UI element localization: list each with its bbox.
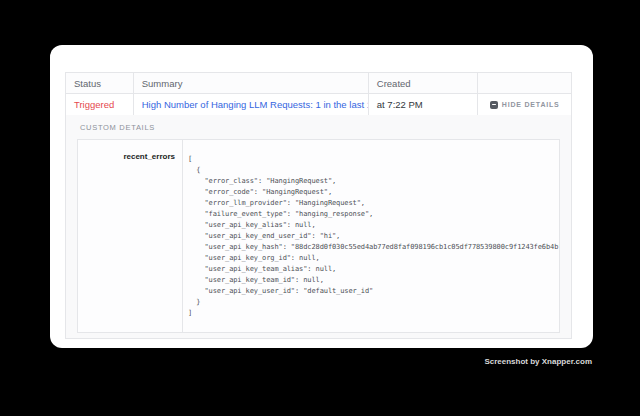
summary-cell: High Number of Hanging LLM Requests: 1 i… (134, 94, 369, 115)
table-row: Triggered High Number of Hanging LLM Req… (65, 94, 572, 115)
custom-details-panel: recent_errors [ { "error_class": "Hangin… (77, 139, 560, 333)
alert-card: Status Summary Created Triggered High Nu… (50, 45, 593, 348)
json-value-column: [ { "error_class": "HangingRequest", "er… (183, 140, 559, 332)
xnapper-watermark: Screenshot by Xnapper.com (484, 357, 592, 366)
created-time: at 7:22 PM (377, 99, 423, 110)
recent-errors-label: recent_errors (123, 152, 175, 161)
column-header-status: Status (66, 73, 134, 93)
alert-summary-link[interactable]: High Number of Hanging LLM Requests: 1 i… (142, 99, 369, 110)
custom-details-section: CUSTOM DETAILS recent_errors [ { "error_… (65, 115, 572, 339)
hide-details-label: HIDE DETAILS (502, 101, 560, 108)
custom-details-heading: CUSTOM DETAILS (80, 124, 560, 132)
actions-cell: HIDE DETAILS (478, 94, 571, 115)
created-cell: at 7:22 PM (369, 94, 479, 115)
recent-errors-json: [ { "error_class": "HangingRequest", "er… (188, 154, 559, 319)
field-label-column: recent_errors (78, 140, 183, 332)
alerts-table: Status Summary Created Triggered High Nu… (65, 72, 572, 339)
status-cell: Triggered (66, 94, 134, 115)
column-header-summary: Summary (134, 73, 369, 93)
screenshot-background: Status Summary Created Triggered High Nu… (0, 0, 640, 416)
column-header-actions (478, 73, 571, 93)
column-header-created: Created (369, 73, 479, 93)
table-header-row: Status Summary Created (65, 72, 572, 94)
status-badge: Triggered (74, 99, 114, 110)
hide-details-button[interactable]: HIDE DETAILS (490, 101, 560, 109)
minus-square-icon (490, 101, 498, 109)
